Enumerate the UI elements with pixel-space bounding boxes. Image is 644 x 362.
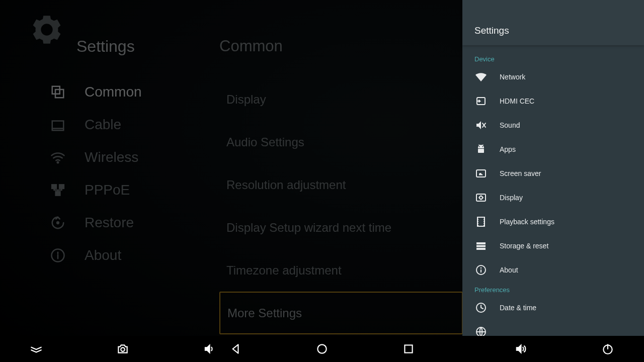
section-label-device: Device: [462, 51, 644, 65]
display-icon: [474, 191, 488, 204]
globe-icon: [474, 325, 488, 336]
info-icon: [474, 263, 488, 277]
panel-item-label: Date & time: [500, 304, 536, 312]
home-button[interactable]: [314, 341, 330, 357]
svg-rect-25: [405, 345, 412, 352]
panel-item-label: Storage & reset: [500, 242, 548, 250]
panel-body: Device Network HDMI CEC Sound Apps Scree…: [462, 45, 644, 336]
panel-item-hdmi-cec[interactable]: HDMI CEC: [462, 89, 644, 113]
panel-item-date-time[interactable]: Date & time: [462, 296, 644, 320]
panel-item-apps[interactable]: Apps: [462, 137, 644, 161]
panel-item-sound[interactable]: Sound: [462, 113, 644, 137]
back-button[interactable]: [227, 341, 244, 357]
panel-item-label: Playback settings: [500, 218, 554, 226]
drawer-button[interactable]: [28, 341, 44, 357]
panel-item-label: Screen saver: [500, 169, 541, 177]
android-icon: [474, 143, 488, 156]
svg-point-13: [479, 196, 482, 199]
panel-title: Settings: [462, 0, 644, 45]
panel-item-label: Display: [500, 194, 523, 202]
svg-point-9: [479, 146, 480, 147]
panel-item-label: About: [500, 266, 518, 274]
svg-rect-17: [476, 248, 486, 250]
svg-point-24: [317, 344, 326, 353]
section-label-preferences: Preferences: [462, 282, 644, 296]
wifi-icon: [474, 70, 488, 83]
film-icon: [474, 215, 488, 228]
svg-point-23: [121, 347, 125, 351]
panel-item-label: Apps: [500, 145, 516, 153]
svg-point-10: [482, 146, 483, 147]
panel-item-about[interactable]: About: [462, 258, 644, 282]
screenshot-button[interactable]: [115, 341, 131, 357]
panel-item-network[interactable]: Network: [462, 65, 644, 89]
panel-item-label: HDMI CEC: [500, 97, 534, 105]
svg-rect-16: [476, 245, 486, 247]
panel-item-screensaver[interactable]: Screen saver: [462, 161, 644, 186]
svg-rect-8: [478, 149, 484, 153]
svg-rect-14: [477, 217, 485, 226]
hdmi-icon: [474, 95, 488, 108]
svg-point-19: [480, 267, 482, 269]
dream-icon: [474, 167, 488, 180]
recents-button[interactable]: [400, 341, 417, 357]
panel-item-playback[interactable]: Playback settings: [462, 210, 644, 234]
panel-item-storage[interactable]: Storage & reset: [462, 234, 644, 258]
power-button[interactable]: [600, 341, 616, 357]
system-navbar: [0, 336, 644, 362]
svg-rect-15: [476, 242, 486, 244]
settings-panel: Settings Device Network HDMI CEC Sound A…: [462, 0, 644, 336]
volume-down-button[interactable]: [201, 341, 217, 357]
panel-item-display[interactable]: Display: [462, 186, 644, 210]
volume-up-button[interactable]: [513, 341, 529, 357]
storage-icon: [474, 239, 488, 252]
sound-mute-icon: [474, 119, 488, 132]
panel-item-label: Sound: [500, 121, 520, 129]
clock-icon: [474, 301, 488, 314]
panel-item-language[interactable]: [462, 320, 644, 336]
panel-item-label: Network: [500, 73, 525, 81]
svg-rect-20: [480, 269, 481, 273]
